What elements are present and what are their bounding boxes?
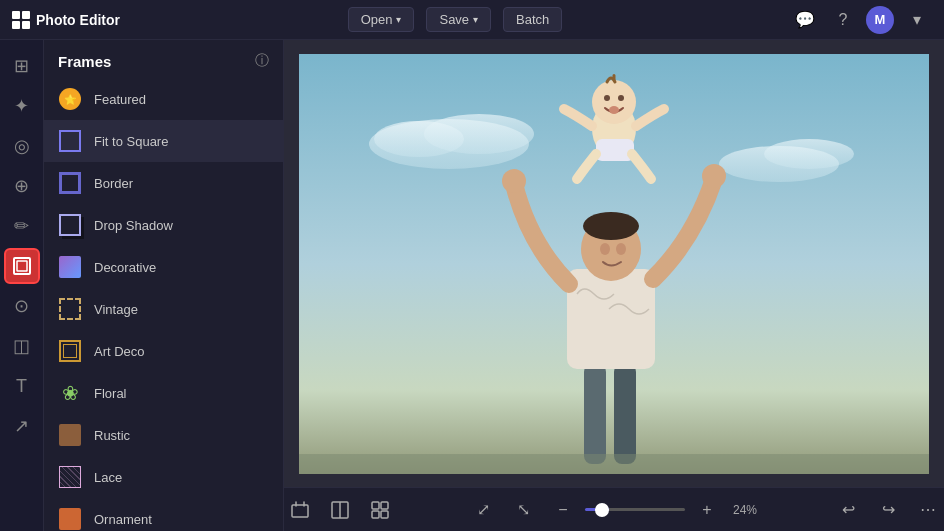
svg-rect-8 xyxy=(584,364,606,464)
frame-icon-ornament xyxy=(56,505,84,531)
topbar-icons: 💬 ? M ▾ xyxy=(790,5,932,35)
frame-icon-featured: ⭐ xyxy=(56,85,84,113)
sidebar-frames-btn[interactable] xyxy=(4,248,40,284)
redo-btn[interactable]: ↪ xyxy=(872,494,904,526)
sidebar-people-btn[interactable]: ⊙ xyxy=(4,288,40,324)
zoom-controls: − + 24% xyxy=(547,494,761,526)
frame-item-floral[interactable]: ❀ Floral xyxy=(44,372,283,414)
frame-label-floral: Floral xyxy=(94,386,127,401)
sidebar-layers-btn[interactable]: ⊞ xyxy=(4,48,40,84)
svg-rect-18 xyxy=(596,139,634,161)
svg-point-12 xyxy=(702,164,726,188)
frame-label-rustic: Rustic xyxy=(94,428,130,443)
svg-point-7 xyxy=(764,139,854,169)
svg-rect-10 xyxy=(567,269,655,369)
expand-btn[interactable]: ⤢ xyxy=(467,494,499,526)
avatar[interactable]: M xyxy=(866,6,894,34)
svg-point-21 xyxy=(618,95,624,101)
svg-rect-1 xyxy=(17,261,27,271)
more-button[interactable]: ▾ xyxy=(902,5,932,35)
svg-rect-30 xyxy=(381,511,388,518)
help-button[interactable]: ? xyxy=(828,5,858,35)
frame-icon-lace xyxy=(56,463,84,491)
frame-icon-vintage xyxy=(56,295,84,323)
frame-label-featured: Featured xyxy=(94,92,146,107)
sidebar-text-btn[interactable]: T xyxy=(4,368,40,404)
frame-icon-decorative xyxy=(56,253,84,281)
frame-item-featured[interactable]: ⭐ Featured xyxy=(44,78,283,120)
sidebar-adjust-btn[interactable]: ⊕ xyxy=(4,168,40,204)
chat-button[interactable]: 💬 xyxy=(790,5,820,35)
svg-rect-24 xyxy=(292,505,308,517)
frame-item-rustic[interactable]: Rustic xyxy=(44,414,283,456)
grid-btn[interactable] xyxy=(364,494,396,526)
frame-item-drop-shadow[interactable]: Drop Shadow xyxy=(44,204,283,246)
frame-item-lace[interactable]: Lace xyxy=(44,456,283,498)
sidebar-paint-btn[interactable]: ✏ xyxy=(4,208,40,244)
frame-label-art-deco: Art Deco xyxy=(94,344,145,359)
overlay-btn[interactable] xyxy=(284,494,316,526)
svg-rect-27 xyxy=(372,502,379,509)
svg-point-19 xyxy=(592,80,636,124)
svg-point-22 xyxy=(609,106,619,114)
more-options-btn[interactable]: ⋯ xyxy=(912,494,944,526)
sidebar-object-btn[interactable]: ◫ xyxy=(4,328,40,364)
frame-label-ornament: Ornament xyxy=(94,512,152,527)
batch-button[interactable]: Batch xyxy=(503,7,562,32)
frame-item-art-deco[interactable]: Art Deco xyxy=(44,330,283,372)
sidebar-view-btn[interactable]: ◎ xyxy=(4,128,40,164)
canvas-image xyxy=(299,54,929,474)
fit-btn[interactable]: ⤡ xyxy=(507,494,539,526)
app-title: Photo Editor xyxy=(36,12,120,28)
icon-sidebar: ⊞ ✦ ◎ ⊕ ✏ ⊙ ◫ T ↗ xyxy=(0,40,44,531)
zoom-slider[interactable] xyxy=(585,508,685,511)
frame-icon-art-deco xyxy=(56,337,84,365)
save-button[interactable]: Save ▾ xyxy=(426,7,491,32)
frames-panel: Frames ⓘ ⭐ Featured Fit to Square Bo xyxy=(44,40,284,531)
frames-info-icon[interactable]: ⓘ xyxy=(255,52,269,70)
svg-rect-23 xyxy=(299,454,929,474)
topbar: Photo Editor Open ▾ Save ▾ Batch 💬 ? M ▾ xyxy=(0,0,944,40)
frame-icon-floral: ❀ xyxy=(56,379,84,407)
app-logo: Photo Editor xyxy=(12,11,120,29)
svg-rect-28 xyxy=(381,502,388,509)
zoom-in-btn[interactable]: + xyxy=(691,494,723,526)
frame-label-lace: Lace xyxy=(94,470,122,485)
canvas-area: ⤢ ⤡ − + 24% ↩ ↪ ⋯ xyxy=(284,40,944,531)
frame-icon-fit-to-square xyxy=(56,127,84,155)
frame-icon-rustic xyxy=(56,421,84,449)
frames-header: Frames ⓘ xyxy=(44,40,283,78)
frame-label-border: Border xyxy=(94,176,133,191)
frame-item-fit-to-square[interactable]: Fit to Square xyxy=(44,120,283,162)
svg-point-11 xyxy=(502,169,526,193)
frame-label-decorative: Decorative xyxy=(94,260,156,275)
undo-btn[interactable]: ↩ xyxy=(832,494,864,526)
zoom-out-btn[interactable]: − xyxy=(547,494,579,526)
canvas-content[interactable] xyxy=(284,40,944,487)
svg-rect-29 xyxy=(372,511,379,518)
sidebar-export-btn[interactable]: ↗ xyxy=(4,408,40,444)
compare-btn[interactable] xyxy=(324,494,356,526)
svg-point-16 xyxy=(616,243,626,255)
open-button[interactable]: Open ▾ xyxy=(348,7,415,32)
svg-point-15 xyxy=(600,243,610,255)
svg-point-14 xyxy=(583,212,639,240)
frame-label-fit-to-square: Fit to Square xyxy=(94,134,168,149)
frames-title: Frames xyxy=(58,53,111,70)
frame-item-ornament[interactable]: Ornament xyxy=(44,498,283,531)
frame-item-border[interactable]: Border xyxy=(44,162,283,204)
canvas-toolbar: ⤢ ⤡ − + 24% ↩ ↪ ⋯ xyxy=(284,487,944,531)
frame-item-decorative[interactable]: Decorative xyxy=(44,246,283,288)
save-caret-icon: ▾ xyxy=(473,14,478,25)
frame-icon-border xyxy=(56,169,84,197)
frame-label-vintage: Vintage xyxy=(94,302,138,317)
sidebar-effects-btn[interactable]: ✦ xyxy=(4,88,40,124)
logo-icon xyxy=(12,11,30,29)
frame-item-vintage[interactable]: Vintage xyxy=(44,288,283,330)
frame-label-drop-shadow: Drop Shadow xyxy=(94,218,173,233)
main-content: ⊞ ✦ ◎ ⊕ ✏ ⊙ ◫ T ↗ Frames ⓘ ⭐ Featured xyxy=(0,40,944,531)
frame-icon-drop-shadow xyxy=(56,211,84,239)
zoom-label: 24% xyxy=(729,503,761,517)
svg-rect-9 xyxy=(614,364,636,464)
svg-point-20 xyxy=(604,95,610,101)
